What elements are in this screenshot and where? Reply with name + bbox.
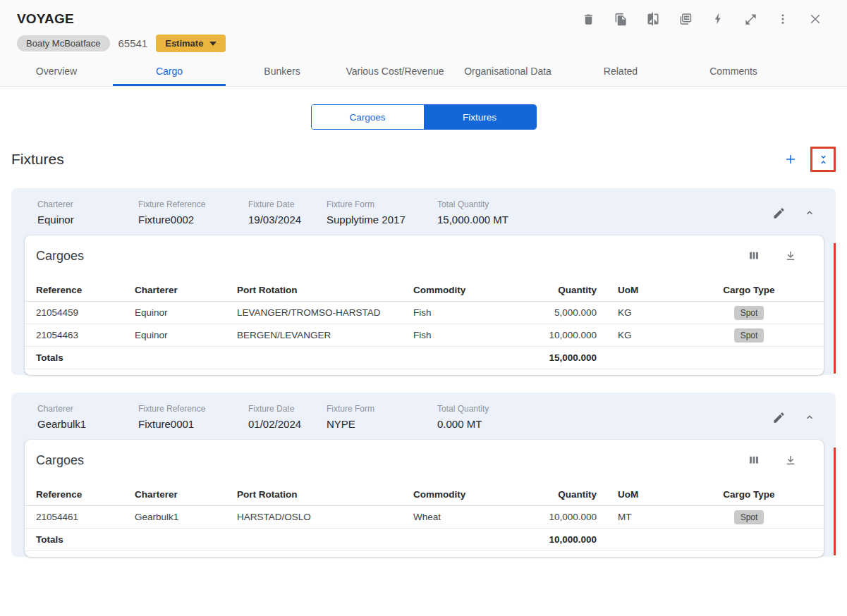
pencil-icon bbox=[772, 207, 786, 220]
view-toggle: Cargoes Fixtures bbox=[0, 104, 847, 130]
fixture-field-date: Fixture Date 01/02/2024 bbox=[248, 404, 327, 430]
more-options-icon[interactable] bbox=[774, 10, 792, 28]
tab-related[interactable]: Related bbox=[564, 58, 677, 86]
close-icon[interactable] bbox=[806, 10, 824, 28]
fixture-field-form: Fixture Form Supplytime 2017 bbox=[327, 199, 437, 226]
quick-actions-icon[interactable] bbox=[709, 10, 727, 28]
cargoes-title: Cargoes bbox=[36, 453, 84, 468]
header-toolbar: PDF bbox=[579, 10, 824, 28]
delete-icon[interactable] bbox=[579, 10, 597, 28]
cargoes-table: Reference Charterer Port Rotation Commod… bbox=[25, 483, 824, 551]
fixture-field-reference: Fixture Reference Fixture0001 bbox=[138, 404, 248, 430]
edit-fixture-button[interactable] bbox=[769, 204, 788, 222]
collapse-fixture-button[interactable] bbox=[800, 204, 819, 222]
fixtures-section-title: Fixtures bbox=[11, 151, 64, 168]
cargo-type-badge: Spot bbox=[734, 306, 764, 320]
table-row[interactable]: 21054459 Equinor LEVANGER/TROMSO-HARSTAD… bbox=[25, 302, 824, 324]
fixture-card: Charterer Gearbulk1 Fixture Reference Fi… bbox=[11, 393, 836, 557]
fixture-field-reference: Fixture Reference Fixture0002 bbox=[138, 199, 248, 226]
cargoes-table: Reference Charterer Port Rotation Commod… bbox=[25, 279, 824, 369]
fixture-field-form: Fixture Form NYPE bbox=[327, 404, 437, 430]
plus-icon bbox=[784, 152, 797, 166]
tab-various-cost-revenue[interactable]: Various Cost/Revenue bbox=[339, 58, 451, 86]
table-header-row: Reference Charterer Port Rotation Commod… bbox=[25, 483, 824, 506]
vessel-badge: Boaty McBoatface bbox=[17, 35, 110, 51]
table-row[interactable]: 21054463 Equinor BERGEN/LEVANGER Fish 10… bbox=[25, 324, 824, 347]
add-fixture-button[interactable] bbox=[780, 149, 801, 170]
cargo-type-badge: Spot bbox=[734, 328, 764, 343]
voyage-header: VOYAGE PDF bbox=[0, 0, 847, 87]
expand-icon[interactable] bbox=[741, 10, 760, 28]
fixtures-section: Fixtures Charterer Equinor Fixture Refer… bbox=[0, 147, 847, 557]
tab-organisational-data[interactable]: Organisational Data bbox=[451, 58, 564, 86]
fixture-card: Charterer Equinor Fixture Reference Fixt… bbox=[11, 188, 836, 375]
fixture-field-total-quantity: Total Quantity 15,000.000 MT bbox=[437, 199, 769, 226]
caret-down-icon bbox=[209, 42, 217, 46]
fixture-field-date: Fixture Date 19/03/2024 bbox=[248, 199, 327, 226]
columns-icon[interactable] bbox=[745, 247, 763, 265]
totals-row: Totals 15,000.000 bbox=[25, 347, 824, 369]
collapse-fixture-button[interactable] bbox=[800, 408, 819, 426]
cargoes-title: Cargoes bbox=[36, 249, 84, 264]
cargoes-table-card: Cargoes Reference Charterer Port Rotatio… bbox=[25, 235, 824, 375]
chevron-up-icon bbox=[804, 207, 815, 218]
chevron-up-icon bbox=[804, 412, 815, 423]
fixture-summary: Charterer Equinor Fixture Reference Fixt… bbox=[11, 188, 836, 235]
table-header-row: Reference Charterer Port Rotation Commod… bbox=[25, 279, 824, 302]
download-icon[interactable] bbox=[781, 247, 800, 265]
voyage-number: 65541 bbox=[118, 37, 148, 49]
columns-icon[interactable] bbox=[745, 451, 763, 469]
pencil-icon bbox=[772, 411, 786, 424]
estimate-button[interactable]: Estimate bbox=[156, 35, 226, 52]
collapse-all-button[interactable] bbox=[810, 147, 836, 172]
export-pdf-icon[interactable]: PDF bbox=[676, 10, 695, 28]
compare-icon[interactable] bbox=[644, 10, 662, 28]
edit-fixture-button[interactable] bbox=[769, 408, 788, 426]
estimate-button-label: Estimate bbox=[165, 38, 203, 49]
download-icon[interactable] bbox=[781, 451, 800, 469]
svg-text:PDF: PDF bbox=[685, 17, 690, 20]
highlight-strip bbox=[834, 243, 836, 374]
total-quantity-value: 15,000.000 bbox=[512, 352, 597, 363]
tab-cargo[interactable]: Cargo bbox=[113, 58, 226, 86]
table-row[interactable]: 21054461 Gearbulk1 HARSTAD/OSLO Wheat 10… bbox=[25, 506, 824, 529]
totals-row: Totals 10,000.000 bbox=[25, 529, 824, 551]
fixture-field-charterer: Charterer Equinor bbox=[37, 199, 138, 226]
fixtures-toggle-button[interactable]: Fixtures bbox=[424, 105, 536, 129]
fixture-summary: Charterer Gearbulk1 Fixture Reference Fi… bbox=[11, 393, 836, 440]
cargoes-table-card: Cargoes Reference Charterer Port Rotatio… bbox=[25, 440, 824, 557]
cargo-type-badge: Spot bbox=[734, 510, 764, 524]
tab-bunkers[interactable]: Bunkers bbox=[226, 58, 339, 86]
page-title: VOYAGE bbox=[17, 11, 74, 27]
tab-overview[interactable]: Overview bbox=[0, 58, 113, 86]
cargoes-toggle-button[interactable]: Cargoes bbox=[312, 105, 424, 129]
highlight-strip bbox=[834, 448, 836, 555]
fixture-field-total-quantity: Total Quantity 0.000 MT bbox=[437, 404, 769, 430]
total-quantity-value: 10,000.000 bbox=[512, 534, 597, 545]
main-tabs: Overview Cargo Bunkers Various Cost/Reve… bbox=[0, 58, 830, 86]
fixture-field-charterer: Charterer Gearbulk1 bbox=[37, 404, 138, 430]
copy-icon[interactable] bbox=[611, 10, 630, 28]
tab-comments[interactable]: Comments bbox=[677, 58, 790, 86]
collapse-icon bbox=[817, 154, 829, 166]
